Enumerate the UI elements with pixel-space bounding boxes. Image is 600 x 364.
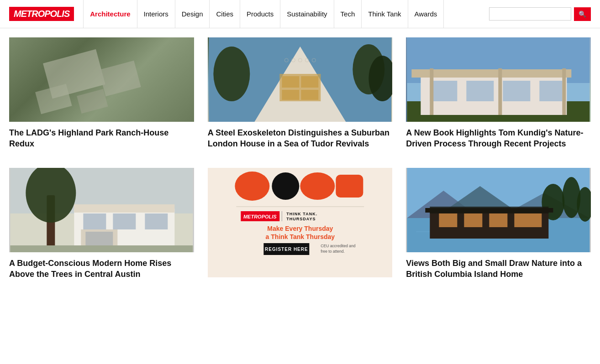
article-card-4[interactable]: A Budget-Conscious Modern Home Rises Abo… — [9, 168, 194, 283]
svg-rect-29 — [499, 68, 502, 115]
article-thumb-2 — [208, 37, 393, 122]
article-thumb-1 — [9, 37, 194, 122]
article-card-2[interactable]: A Steel Exoskeleton Distinguishes a Subu… — [208, 37, 393, 150]
svg-rect-76 — [426, 208, 553, 213]
svg-rect-39 — [145, 213, 168, 229]
svg-rect-72 — [439, 213, 458, 227]
article-card-3[interactable]: A New Book Highlights Tom Kundig's Natur… — [406, 37, 591, 150]
main-content: The LADG's Highland Park Ranch-House Red… — [0, 28, 600, 319]
svg-rect-25 — [467, 81, 494, 101]
article-row-1: The LADG's Highland Park Ranch-House Red… — [9, 37, 591, 150]
svg-rect-23 — [412, 69, 572, 78]
svg-text:free to attend.: free to attend. — [321, 249, 344, 254]
ad-thumb: METROPOLIS THINK TANK. THURSDAYS Make Ev… — [208, 168, 393, 277]
article-thumb-6 — [406, 168, 591, 252]
svg-rect-2 — [77, 89, 108, 114]
svg-text:CEU accredited and: CEU accredited and — [321, 244, 355, 248]
search-button[interactable]: 🔍 — [574, 7, 591, 21]
nav-products[interactable]: Products — [240, 0, 280, 28]
svg-rect-41 — [85, 232, 113, 248]
svg-rect-73 — [464, 213, 483, 227]
search-area: 🔍 — [489, 7, 591, 21]
article-row-2: A Budget-Conscious Modern Home Rises Abo… — [9, 168, 591, 283]
ad-card: METROPOLIS THINK TANK. THURSDAYS Make Ev… — [208, 168, 393, 283]
article-title-2: A Steel Exoskeleton Distinguishes a Subu… — [208, 127, 393, 150]
article-thumb-3 — [406, 37, 591, 122]
nav-sustainability[interactable]: Sustainability — [280, 0, 334, 28]
logo-text: METROPOLIS — [14, 9, 69, 19]
article-card-1[interactable]: The LADG's Highland Park Ranch-House Red… — [9, 37, 194, 150]
svg-rect-75 — [515, 213, 542, 227]
article-title-3: A New Book Highlights Tom Kundig's Natur… — [406, 127, 591, 150]
article-title-1: The LADG's Highland Park Ranch-House Red… — [9, 127, 194, 150]
svg-point-45 — [272, 172, 299, 200]
svg-rect-47 — [336, 175, 363, 198]
site-header: METROPOLIS Architecture Interiors Design… — [0, 0, 600, 28]
svg-rect-28 — [430, 68, 434, 115]
svg-text:REGISTER HERE: REGISTER HERE — [265, 247, 308, 252]
nav-design[interactable]: Design — [175, 0, 210, 28]
svg-rect-38 — [113, 213, 136, 229]
svg-rect-10 — [282, 76, 299, 88]
svg-point-44 — [235, 172, 269, 201]
svg-rect-27 — [540, 81, 563, 101]
article-thumb-4 — [9, 168, 194, 252]
svg-rect-30 — [563, 68, 566, 115]
nav-architecture[interactable]: Architecture — [83, 0, 137, 28]
svg-point-46 — [300, 172, 335, 200]
nav-awards[interactable]: Awards — [408, 0, 444, 28]
svg-rect-3 — [35, 84, 72, 114]
svg-rect-12 — [282, 90, 299, 100]
svg-rect-24 — [430, 81, 458, 101]
svg-rect-11 — [301, 76, 318, 88]
main-nav: Architecture Interiors Design Cities Pro… — [83, 0, 489, 28]
svg-rect-13 — [301, 90, 318, 100]
nav-interiors[interactable]: Interiors — [137, 0, 175, 28]
nav-tech[interactable]: Tech — [334, 0, 362, 28]
svg-rect-37 — [83, 213, 106, 229]
nav-think-tank[interactable]: Think Tank — [362, 0, 408, 28]
svg-rect-1 — [99, 61, 141, 97]
nav-cities[interactable]: Cities — [210, 0, 240, 28]
svg-text:THURSDAYS: THURSDAYS — [286, 217, 316, 221]
article-title-4: A Budget-Conscious Modern Home Rises Abo… — [9, 258, 194, 280]
search-input[interactable] — [489, 7, 571, 21]
svg-point-5 — [213, 47, 250, 101]
svg-rect-74 — [489, 213, 508, 227]
svg-text:THINK TANK.: THINK TANK. — [286, 212, 317, 216]
svg-rect-42 — [10, 245, 193, 252]
article-title-6: Views Both Big and Small Draw Nature int… — [406, 258, 591, 280]
svg-rect-26 — [503, 81, 531, 101]
svg-text:Make Every Thursday: Make Every Thursday — [267, 225, 333, 232]
site-logo[interactable]: METROPOLIS — [9, 7, 74, 21]
article-card-6[interactable]: Views Both Big and Small Draw Nature int… — [406, 168, 591, 283]
svg-rect-36 — [74, 204, 174, 213]
svg-text:METROPOLIS: METROPOLIS — [243, 214, 277, 219]
svg-text:a Think Tank Thursday: a Think Tank Thursday — [265, 233, 335, 240]
